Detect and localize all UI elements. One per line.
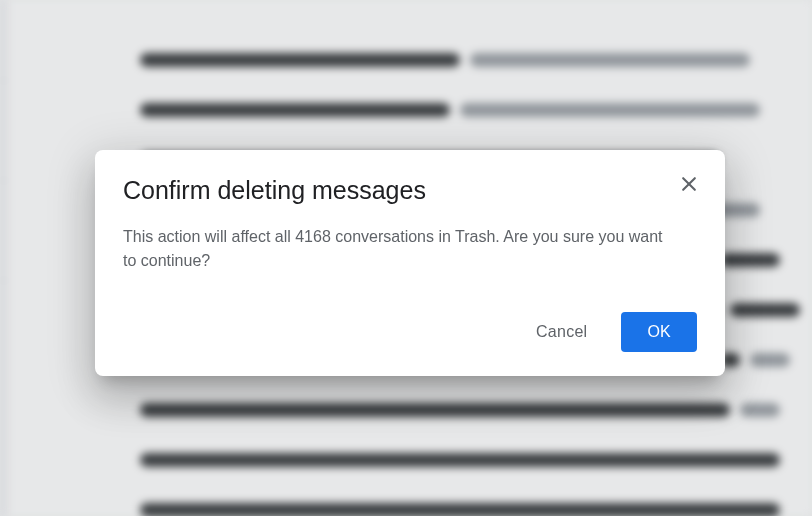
close-icon [679, 174, 699, 194]
ok-button[interactable]: OK [621, 312, 697, 352]
dialog-body-text: This action will affect all 4168 convers… [123, 225, 697, 275]
close-button[interactable] [677, 172, 701, 196]
dialog-actions: Cancel OK [123, 312, 697, 352]
dialog-title: Confirm deleting messages [123, 174, 426, 207]
confirm-dialog: Confirm deleting messages This action wi… [95, 150, 725, 376]
cancel-button[interactable]: Cancel [510, 312, 613, 352]
